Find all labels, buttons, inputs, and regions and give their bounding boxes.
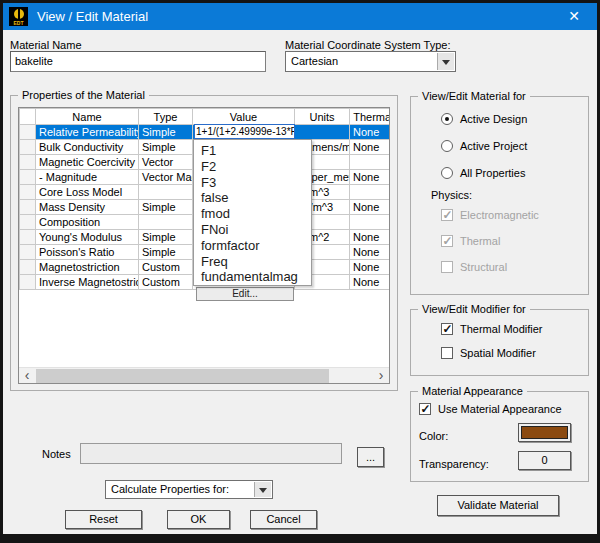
type-cell[interactable] xyxy=(139,215,193,230)
scrollbar-thumb[interactable] xyxy=(36,369,329,383)
notes-label: Notes xyxy=(42,448,71,460)
column-header-rowhdr[interactable] xyxy=(20,109,36,125)
checkbox-structural: Structural xyxy=(441,261,507,273)
notes-more-button[interactable]: ... xyxy=(357,447,384,467)
row-header-cell[interactable] xyxy=(20,200,36,215)
name-cell[interactable]: Inverse Magnetostriction xyxy=(36,275,139,290)
thermal-cell[interactable]: None xyxy=(350,275,391,290)
thermal-cell[interactable]: None xyxy=(350,260,391,275)
radio-active-project[interactable]: Active Project xyxy=(441,140,527,152)
horizontal-scrollbar[interactable]: ‹ › xyxy=(19,367,389,383)
row-header-cell[interactable] xyxy=(20,155,36,170)
type-cell[interactable]: Custom xyxy=(139,275,193,290)
calculate-properties-select[interactable]: Calculate Properties for: xyxy=(105,480,273,499)
material-name-input[interactable]: bakelite xyxy=(10,51,266,72)
ok-button[interactable]: OK xyxy=(167,510,230,529)
suggestion-item[interactable]: FNoi xyxy=(194,222,311,238)
name-cell[interactable]: Poisson's Ratio xyxy=(36,245,139,260)
view-edit-modifier-groupbox: View/Edit Modifier for Thermal ModifierS… xyxy=(410,309,589,376)
type-cell[interactable] xyxy=(139,185,193,200)
suggestion-item[interactable]: F3 xyxy=(194,175,311,191)
column-header-Value[interactable]: Value xyxy=(193,109,295,125)
name-cell[interactable]: Young's Modulus xyxy=(36,230,139,245)
thermal-cell[interactable] xyxy=(350,215,391,230)
name-cell[interactable]: Core Loss Model xyxy=(36,185,139,200)
name-cell[interactable]: Magnetostriction xyxy=(36,260,139,275)
units-cell[interactable] xyxy=(295,125,350,140)
suggestion-item[interactable]: formfactor xyxy=(194,238,311,254)
column-header-Thermal Modifier[interactable]: Thermal Modifier xyxy=(350,109,391,125)
scroll-right-icon[interactable]: › xyxy=(373,368,389,384)
thermal-cell[interactable]: None xyxy=(350,125,391,140)
name-cell[interactable]: Mass Density xyxy=(36,200,139,215)
row-header-cell[interactable] xyxy=(20,260,36,275)
view-edit-material-dialog: { "window": { "title": "View / Edit Mate… xyxy=(0,0,600,543)
edit-value-button[interactable]: Edit... xyxy=(196,287,294,301)
checkbox-thermal-modifier[interactable]: Thermal Modifier xyxy=(441,323,543,335)
checkbox-spatial-modifier[interactable]: Spatial Modifier xyxy=(441,347,536,359)
column-header-Name[interactable]: Name xyxy=(36,109,139,125)
edt-logo-text: EDT xyxy=(9,21,28,26)
row-header-cell[interactable] xyxy=(20,275,36,290)
row-header-cell[interactable] xyxy=(20,140,36,155)
thermal-cell[interactable]: None xyxy=(350,170,391,185)
thermal-cell[interactable]: None xyxy=(350,230,391,245)
thermal-cell[interactable] xyxy=(350,185,391,200)
row-header-cell[interactable] xyxy=(20,170,36,185)
transparency-button[interactable]: 0 xyxy=(518,451,571,470)
coord-system-label: Material Coordinate System Type: xyxy=(285,39,450,51)
calculate-dropdown-button[interactable] xyxy=(254,482,271,497)
color-label: Color: xyxy=(419,430,448,442)
thermal-cell[interactable]: None xyxy=(350,200,391,215)
value-edit-field[interactable]: 1+1/(1+2.49999e-13*F xyxy=(194,124,295,139)
type-cell[interactable]: Simple xyxy=(139,230,193,245)
autocomplete-popup: F1F2F3falsefmodFNoiformfactorFreqfundame… xyxy=(193,139,312,286)
scroll-left-icon[interactable]: ‹ xyxy=(19,368,35,384)
use-material-appearance-checkbox[interactable]: Use Material Appearance xyxy=(419,403,562,415)
radio-all-properties[interactable]: All Properties xyxy=(441,167,525,179)
type-cell[interactable]: Vector Mag xyxy=(139,170,193,185)
close-icon[interactable]: ✕ xyxy=(559,3,589,30)
column-header-Type[interactable]: Type xyxy=(139,109,193,125)
suggestion-item[interactable]: F1 xyxy=(194,143,311,159)
notes-field[interactable] xyxy=(80,443,342,464)
type-cell[interactable]: Custom xyxy=(139,260,193,275)
checkbox-icon xyxy=(441,209,453,221)
radio-active-design[interactable]: Active Design xyxy=(441,113,527,125)
name-cell[interactable]: - Magnitude xyxy=(36,170,139,185)
name-cell[interactable]: Composition xyxy=(36,215,139,230)
row-header-cell[interactable] xyxy=(20,125,36,140)
radio-icon xyxy=(441,167,453,179)
column-header-Units[interactable]: Units xyxy=(295,109,350,125)
material-appearance-label: Material Appearance xyxy=(418,385,527,397)
thermal-cell[interactable]: None xyxy=(350,140,391,155)
coord-dropdown-button[interactable] xyxy=(437,53,454,70)
row-header-cell[interactable] xyxy=(20,245,36,260)
suggestion-item[interactable]: fundamentalmag xyxy=(194,269,311,285)
type-cell[interactable]: Vector xyxy=(139,155,193,170)
name-cell[interactable]: Magnetic Coercivity xyxy=(36,155,139,170)
checkbox-icon xyxy=(419,403,431,415)
suggestion-item[interactable]: Freq xyxy=(194,254,311,270)
type-cell[interactable]: Simple xyxy=(139,140,193,155)
type-cell[interactable]: Simple xyxy=(139,200,193,215)
thermal-cell[interactable] xyxy=(350,155,391,170)
name-cell[interactable]: Relative Permeability xyxy=(36,125,139,140)
table-header-row: NameTypeValueUnitsThermal Modifier xyxy=(20,109,391,125)
type-cell[interactable]: Simple xyxy=(139,125,193,140)
cancel-button[interactable]: Cancel xyxy=(250,510,317,529)
row-header-cell[interactable] xyxy=(20,185,36,200)
type-cell[interactable]: Simple xyxy=(139,245,193,260)
suggestion-item[interactable]: F2 xyxy=(194,159,311,175)
row-header-cell[interactable] xyxy=(20,215,36,230)
validate-material-button[interactable]: Validate Material xyxy=(437,495,559,516)
suggestion-item[interactable]: fmod xyxy=(194,206,311,222)
row-header-cell[interactable] xyxy=(20,230,36,245)
coord-system-select[interactable]: Cartesian xyxy=(285,51,456,72)
color-swatch-button[interactable] xyxy=(518,423,571,442)
reset-button[interactable]: Reset xyxy=(65,510,142,529)
name-cell[interactable]: Bulk Conductivity xyxy=(36,140,139,155)
suggestion-item[interactable]: false xyxy=(194,190,311,206)
physics-label: Physics: xyxy=(431,189,472,201)
thermal-cell[interactable]: None xyxy=(350,245,391,260)
